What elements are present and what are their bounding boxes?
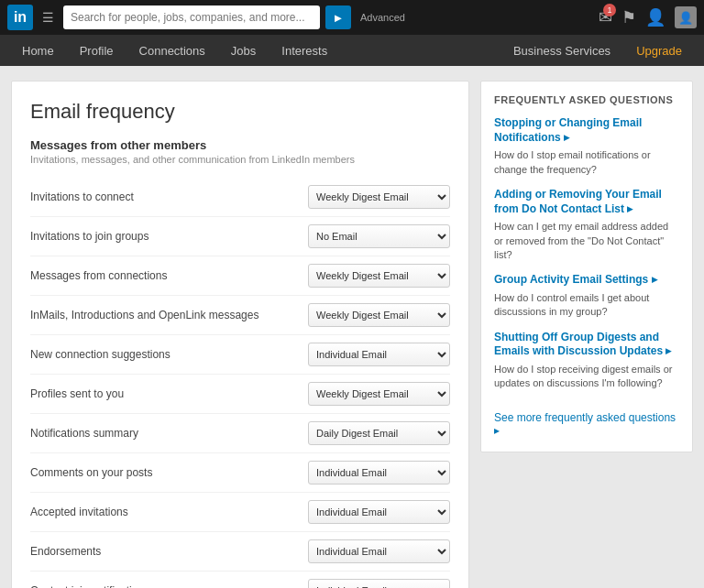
nav-business-services[interactable]: Business Services bbox=[500, 35, 623, 66]
nav-profile[interactable]: Profile bbox=[67, 35, 126, 66]
advanced-link[interactable]: Advanced bbox=[360, 12, 405, 23]
setting-row: Messages from connectionsIndividual Emai… bbox=[30, 256, 450, 296]
faq-answer-3: How do I stop receiving digest emails or… bbox=[494, 363, 679, 391]
setting-row: EndorsementsIndividual EmailWeekly Diges… bbox=[30, 532, 450, 572]
top-bar: in ☰ ► Advanced ✉ 1 ⚑ 👤 👤 bbox=[0, 0, 704, 35]
avatar[interactable]: 👤 bbox=[675, 6, 697, 28]
people-icon[interactable]: 👤 bbox=[645, 7, 666, 27]
setting-row: Invitations to join groupsIndividual Ema… bbox=[30, 217, 450, 256]
notifications-icon[interactable]: ✉ 1 bbox=[599, 7, 612, 27]
faq-title: FREQUENTLY ASKED QUESTIONS bbox=[494, 94, 679, 105]
faq-panel: FREQUENTLY ASKED QUESTIONS Stopping or C… bbox=[480, 81, 693, 452]
faq-items: Stopping or Changing Email Notifications… bbox=[494, 116, 679, 391]
setting-label: Accepted invitations bbox=[30, 506, 308, 518]
setting-row: Notifications summaryIndividual EmailWee… bbox=[30, 414, 450, 453]
setting-row: Accepted invitationsIndividual EmailWeek… bbox=[30, 493, 450, 532]
faq-item: Shutting Off Group Digests and Emails wi… bbox=[494, 331, 679, 391]
setting-select-5[interactable]: Individual EmailWeekly Digest EmailDaily… bbox=[308, 382, 450, 406]
search-input[interactable] bbox=[63, 5, 320, 29]
faq-item: Group Activity Email Settings ▸How do I … bbox=[494, 273, 679, 319]
section-heading: Messages from other members bbox=[30, 138, 450, 152]
linkedin-logo[interactable]: in bbox=[7, 5, 33, 30]
setting-label: Invitations to join groups bbox=[30, 230, 308, 243]
setting-select-6[interactable]: Individual EmailWeekly Digest EmailDaily… bbox=[308, 421, 450, 445]
setting-label: Profiles sent to you bbox=[30, 387, 308, 400]
setting-row: InMails, Introductions and OpenLink mess… bbox=[30, 296, 450, 335]
faq-answer-2: How do I control emails I get about disc… bbox=[494, 291, 679, 320]
nav-jobs[interactable]: Jobs bbox=[218, 35, 269, 66]
setting-label: Contact join notification bbox=[30, 584, 308, 588]
setting-select-9[interactable]: Individual EmailWeekly Digest EmailDaily… bbox=[308, 539, 450, 563]
setting-select-2[interactable]: Individual EmailWeekly Digest EmailDaily… bbox=[308, 264, 450, 288]
setting-label: InMails, Introductions and OpenLink mess… bbox=[30, 309, 308, 321]
faq-more-link[interactable]: See more frequently asked questions ▸ bbox=[494, 411, 679, 437]
main-nav: Home Profile Connections Jobs Interests … bbox=[0, 35, 704, 66]
setting-label: Comments on your posts bbox=[30, 466, 308, 479]
settings-list: Invitations to connectIndividual EmailWe… bbox=[30, 178, 450, 588]
faq-item: Adding or Removing Your Email from Do No… bbox=[494, 188, 679, 262]
setting-label: Invitations to connect bbox=[30, 191, 308, 203]
setting-select-8[interactable]: Individual EmailWeekly Digest EmailDaily… bbox=[308, 500, 450, 524]
setting-select-3[interactable]: Individual EmailWeekly Digest EmailDaily… bbox=[308, 303, 450, 327]
nav-upgrade[interactable]: Upgrade bbox=[623, 35, 695, 66]
faq-answer-1: How can I get my email address added or … bbox=[494, 220, 679, 262]
setting-label: New connection suggestions bbox=[30, 348, 308, 361]
setting-row: New connection suggestionsIndividual Ema… bbox=[30, 335, 450, 375]
faq-item: Stopping or Changing Email Notifications… bbox=[494, 116, 679, 177]
setting-label: Endorsements bbox=[30, 545, 308, 558]
faq-question-2[interactable]: Group Activity Email Settings ▸ bbox=[494, 273, 679, 288]
notifications-badge: 1 bbox=[603, 4, 616, 16]
hamburger-icon[interactable]: ☰ bbox=[38, 8, 58, 27]
main-panel: Email frequency Messages from other memb… bbox=[11, 81, 469, 588]
flag-icon[interactable]: ⚑ bbox=[622, 7, 636, 27]
faq-question-0[interactable]: Stopping or Changing Email Notifications… bbox=[494, 116, 679, 145]
nav-home[interactable]: Home bbox=[9, 35, 67, 66]
setting-label: Messages from connections bbox=[30, 269, 308, 282]
setting-select-0[interactable]: Individual EmailWeekly Digest EmailDaily… bbox=[308, 185, 450, 209]
setting-select-10[interactable]: Individual EmailWeekly Digest EmailDaily… bbox=[308, 579, 450, 588]
nav-right: Business Services Upgrade bbox=[500, 35, 695, 66]
nav-connections[interactable]: Connections bbox=[126, 35, 218, 66]
faq-question-3[interactable]: Shutting Off Group Digests and Emails wi… bbox=[494, 331, 679, 359]
setting-row: Invitations to connectIndividual EmailWe… bbox=[30, 178, 450, 217]
search-button[interactable]: ► bbox=[325, 5, 351, 29]
top-right-icons: ✉ 1 ⚑ 👤 👤 bbox=[599, 6, 697, 28]
setting-select-1[interactable]: Individual EmailWeekly Digest EmailDaily… bbox=[308, 224, 450, 248]
setting-row: Contact join notificationIndividual Emai… bbox=[30, 572, 450, 588]
faq-answer-0: How do I stop email notifications or cha… bbox=[494, 148, 679, 177]
setting-select-7[interactable]: Individual EmailWeekly Digest EmailDaily… bbox=[308, 461, 450, 485]
faq-question-1[interactable]: Adding or Removing Your Email from Do No… bbox=[494, 188, 679, 216]
page-title: Email frequency bbox=[30, 100, 450, 124]
section-subtext: Invitations, messages, and other communi… bbox=[30, 154, 450, 165]
setting-select-4[interactable]: Individual EmailWeekly Digest EmailDaily… bbox=[308, 343, 450, 366]
setting-row: Comments on your postsIndividual EmailWe… bbox=[30, 453, 450, 493]
setting-row: Profiles sent to youIndividual EmailWeek… bbox=[30, 375, 450, 414]
setting-label: Notifications summary bbox=[30, 427, 308, 440]
content-wrapper: Email frequency Messages from other memb… bbox=[0, 66, 704, 588]
nav-interests[interactable]: Interests bbox=[269, 35, 340, 66]
